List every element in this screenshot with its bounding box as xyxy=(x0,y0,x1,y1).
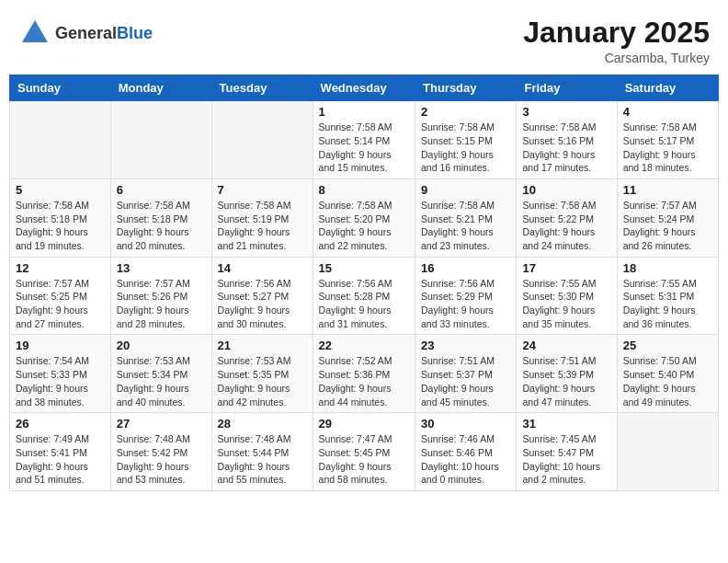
day-number: 10 xyxy=(522,183,610,197)
calendar-cell xyxy=(211,101,313,179)
day-info: Sunrise: 7:56 AM Sunset: 5:27 PM Dayligh… xyxy=(218,277,307,331)
logo: GeneralBlue xyxy=(18,17,153,50)
day-info: Sunrise: 7:51 AM Sunset: 5:37 PM Dayligh… xyxy=(421,354,510,408)
calendar-cell: 13Sunrise: 7:57 AM Sunset: 5:26 PM Dayli… xyxy=(110,257,211,335)
calendar-cell: 3Sunrise: 7:58 AM Sunset: 5:16 PM Daylig… xyxy=(517,101,617,179)
day-info: Sunrise: 7:53 AM Sunset: 5:34 PM Dayligh… xyxy=(117,354,206,408)
day-number: 31 xyxy=(522,417,610,431)
calendar-cell: 31Sunrise: 7:45 AM Sunset: 5:47 PM Dayli… xyxy=(517,413,617,491)
calendar-cell: 1Sunrise: 7:58 AM Sunset: 5:14 PM Daylig… xyxy=(313,101,415,179)
calendar-cell: 28Sunrise: 7:48 AM Sunset: 5:44 PM Dayli… xyxy=(211,413,313,491)
day-number: 21 xyxy=(218,339,307,352)
weekday-header-monday: Monday xyxy=(110,75,211,101)
day-number: 1 xyxy=(319,105,409,119)
calendar-cell: 30Sunrise: 7:46 AM Sunset: 5:46 PM Dayli… xyxy=(415,413,517,491)
logo-icon xyxy=(18,17,51,50)
day-number: 4 xyxy=(623,105,712,119)
day-number: 14 xyxy=(218,261,307,275)
calendar-week-3: 12Sunrise: 7:57 AM Sunset: 5:25 PM Dayli… xyxy=(10,257,719,335)
weekday-header-sunday: Sunday xyxy=(10,75,111,101)
day-info: Sunrise: 7:46 AM Sunset: 5:46 PM Dayligh… xyxy=(421,432,510,487)
calendar-week-2: 5Sunrise: 7:58 AM Sunset: 5:18 PM Daylig… xyxy=(10,178,719,257)
day-number: 23 xyxy=(421,339,510,352)
day-info: Sunrise: 7:45 AM Sunset: 5:47 PM Dayligh… xyxy=(522,432,610,487)
location-subtitle: Carsamba, Turkey xyxy=(523,51,710,65)
day-number: 11 xyxy=(623,183,712,197)
day-info: Sunrise: 7:57 AM Sunset: 5:25 PM Dayligh… xyxy=(16,277,105,331)
calendar-cell: 16Sunrise: 7:56 AM Sunset: 5:29 PM Dayli… xyxy=(415,257,517,335)
day-number: 13 xyxy=(117,261,206,275)
weekday-header-friday: Friday xyxy=(517,75,617,101)
day-number: 3 xyxy=(522,105,610,119)
day-number: 24 xyxy=(522,339,610,352)
calendar-header-row: SundayMondayTuesdayWednesdayThursdayFrid… xyxy=(10,75,719,101)
day-info: Sunrise: 7:58 AM Sunset: 5:18 PM Dayligh… xyxy=(16,199,105,253)
calendar-cell: 11Sunrise: 7:57 AM Sunset: 5:24 PM Dayli… xyxy=(617,178,718,257)
calendar-cell: 25Sunrise: 7:50 AM Sunset: 5:40 PM Dayli… xyxy=(617,335,718,413)
calendar-cell: 5Sunrise: 7:58 AM Sunset: 5:18 PM Daylig… xyxy=(10,178,111,257)
calendar-cell: 21Sunrise: 7:53 AM Sunset: 5:35 PM Dayli… xyxy=(211,335,313,413)
day-info: Sunrise: 7:58 AM Sunset: 5:15 PM Dayligh… xyxy=(421,121,510,175)
calendar-cell: 26Sunrise: 7:49 AM Sunset: 5:41 PM Dayli… xyxy=(10,413,111,491)
title-area: January 2025 Carsamba, Turkey xyxy=(523,17,710,65)
calendar-week-4: 19Sunrise: 7:54 AM Sunset: 5:33 PM Dayli… xyxy=(10,335,719,413)
calendar-cell: 20Sunrise: 7:53 AM Sunset: 5:34 PM Dayli… xyxy=(110,335,211,413)
day-info: Sunrise: 7:52 AM Sunset: 5:36 PM Dayligh… xyxy=(319,354,409,408)
day-number: 27 xyxy=(117,417,206,431)
weekday-header-wednesday: Wednesday xyxy=(313,75,415,101)
calendar-cell: 14Sunrise: 7:56 AM Sunset: 5:27 PM Dayli… xyxy=(211,257,313,335)
day-info: Sunrise: 7:49 AM Sunset: 5:41 PM Dayligh… xyxy=(16,432,105,487)
day-info: Sunrise: 7:51 AM Sunset: 5:39 PM Dayligh… xyxy=(522,354,610,408)
day-number: 8 xyxy=(319,183,409,197)
calendar-cell: 10Sunrise: 7:58 AM Sunset: 5:22 PM Dayli… xyxy=(517,178,617,257)
calendar-week-5: 26Sunrise: 7:49 AM Sunset: 5:41 PM Dayli… xyxy=(10,413,719,491)
day-info: Sunrise: 7:57 AM Sunset: 5:24 PM Dayligh… xyxy=(623,199,712,253)
day-number: 5 xyxy=(16,183,105,197)
day-number: 7 xyxy=(218,183,307,197)
calendar-cell: 27Sunrise: 7:48 AM Sunset: 5:42 PM Dayli… xyxy=(110,413,211,491)
day-number: 22 xyxy=(319,339,409,352)
day-number: 16 xyxy=(421,261,510,275)
day-info: Sunrise: 7:47 AM Sunset: 5:45 PM Dayligh… xyxy=(319,432,409,487)
calendar-cell xyxy=(10,101,111,179)
day-number: 17 xyxy=(522,261,610,275)
day-info: Sunrise: 7:48 AM Sunset: 5:42 PM Dayligh… xyxy=(117,432,206,487)
day-info: Sunrise: 7:58 AM Sunset: 5:18 PM Dayligh… xyxy=(117,199,206,253)
day-number: 2 xyxy=(421,105,510,119)
day-info: Sunrise: 7:56 AM Sunset: 5:28 PM Dayligh… xyxy=(319,277,409,331)
day-number: 12 xyxy=(16,261,105,275)
calendar-cell xyxy=(617,413,718,491)
day-info: Sunrise: 7:53 AM Sunset: 5:35 PM Dayligh… xyxy=(218,354,307,408)
calendar-cell: 8Sunrise: 7:58 AM Sunset: 5:20 PM Daylig… xyxy=(313,178,415,257)
calendar-cell: 7Sunrise: 7:58 AM Sunset: 5:19 PM Daylig… xyxy=(211,178,313,257)
weekday-header-thursday: Thursday xyxy=(415,75,517,101)
svg-marker-0 xyxy=(22,20,48,42)
weekday-header-tuesday: Tuesday xyxy=(211,75,313,101)
day-info: Sunrise: 7:58 AM Sunset: 5:17 PM Dayligh… xyxy=(623,121,712,175)
calendar-cell: 2Sunrise: 7:58 AM Sunset: 5:15 PM Daylig… xyxy=(415,101,517,179)
day-number: 6 xyxy=(117,183,206,197)
day-number: 28 xyxy=(218,417,307,431)
calendar-cell: 9Sunrise: 7:58 AM Sunset: 5:21 PM Daylig… xyxy=(415,178,517,257)
calendar-week-1: 1Sunrise: 7:58 AM Sunset: 5:14 PM Daylig… xyxy=(10,101,719,179)
calendar-cell: 24Sunrise: 7:51 AM Sunset: 5:39 PM Dayli… xyxy=(517,335,617,413)
calendar-cell: 17Sunrise: 7:55 AM Sunset: 5:30 PM Dayli… xyxy=(517,257,617,335)
day-number: 20 xyxy=(117,339,206,352)
calendar-cell: 4Sunrise: 7:58 AM Sunset: 5:17 PM Daylig… xyxy=(617,101,718,179)
logo-blue-text: Blue xyxy=(117,24,153,42)
day-number: 9 xyxy=(421,183,510,197)
calendar-cell: 19Sunrise: 7:54 AM Sunset: 5:33 PM Dayli… xyxy=(10,335,111,413)
calendar-cell: 22Sunrise: 7:52 AM Sunset: 5:36 PM Dayli… xyxy=(313,335,415,413)
logo-general-text: General xyxy=(55,24,117,42)
day-info: Sunrise: 7:54 AM Sunset: 5:33 PM Dayligh… xyxy=(16,354,105,408)
calendar-cell: 18Sunrise: 7:55 AM Sunset: 5:31 PM Dayli… xyxy=(617,257,718,335)
day-info: Sunrise: 7:58 AM Sunset: 5:20 PM Dayligh… xyxy=(319,199,409,253)
day-info: Sunrise: 7:55 AM Sunset: 5:30 PM Dayligh… xyxy=(522,277,610,331)
day-info: Sunrise: 7:56 AM Sunset: 5:29 PM Dayligh… xyxy=(421,277,510,331)
day-info: Sunrise: 7:48 AM Sunset: 5:44 PM Dayligh… xyxy=(218,432,307,487)
day-info: Sunrise: 7:55 AM Sunset: 5:31 PM Dayligh… xyxy=(623,277,712,331)
calendar-cell: 29Sunrise: 7:47 AM Sunset: 5:45 PM Dayli… xyxy=(313,413,415,491)
day-info: Sunrise: 7:58 AM Sunset: 5:16 PM Dayligh… xyxy=(522,121,610,175)
day-info: Sunrise: 7:58 AM Sunset: 5:14 PM Dayligh… xyxy=(319,121,409,175)
day-number: 25 xyxy=(623,339,712,352)
